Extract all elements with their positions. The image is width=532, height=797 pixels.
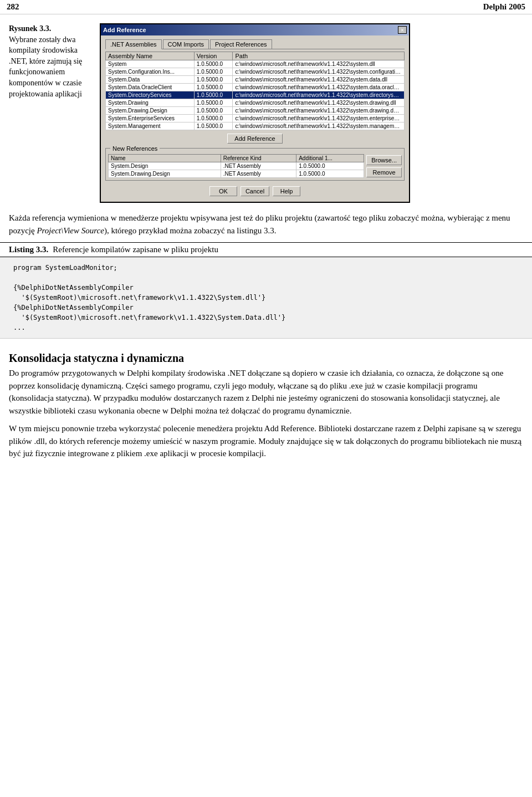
assembly-table-row[interactable]: System.Configuration.Ins... 1.0.5000.0 c… — [106, 68, 405, 76]
assembly-table-row[interactable]: System.Data.OracleClient 1.0.5000.0 c:\w… — [106, 84, 405, 91]
section-paragraph-2: W tym miejscu ponownie trzeba wykorzysta… — [9, 422, 523, 460]
assembly-name-cell: System.Drawing.Design — [106, 107, 195, 115]
assembly-version-cell: 1.0.5000.0 — [194, 122, 233, 130]
body-text-1: Każda referencja wymieniona w menedżerze… — [0, 203, 532, 237]
section-paragraph-1: Do programów przygotowanych w Delphi kom… — [9, 367, 523, 417]
dialog-title: Add Reference — [103, 27, 146, 33]
assembly-table: Assembly Name Version Path System 1.0.50… — [105, 52, 405, 130]
main-layout: Rysunek 3.3. Wybrane zostały dwa kompila… — [0, 14, 532, 203]
tab-project-references[interactable]: Project References — [210, 39, 272, 49]
col-path: Path — [233, 52, 405, 60]
dialog-area: Add Reference × .NET Assemblies COM Impo… — [100, 23, 532, 203]
new-ref-name-cell: System.Design — [109, 162, 221, 170]
new-refs-col-additional: Additional 1... — [296, 155, 364, 162]
assembly-name-cell: System.Management — [106, 122, 195, 130]
dialog-tabs: .NET Assemblies COM Imports Project Refe… — [105, 39, 405, 49]
assembly-name-cell: System.Drawing — [106, 99, 195, 107]
assembly-version-cell: 1.0.5000.0 — [194, 68, 233, 76]
col-assembly-name: Assembly Name — [106, 52, 195, 60]
assembly-path-cell: c:\windows\microsoft.net\framework\v1.1.… — [233, 91, 405, 99]
col-version: Version — [194, 52, 233, 60]
assembly-path-cell: c:\windows\microsoft.net\framework\v1.1.… — [233, 99, 405, 107]
add-reference-dialog: Add Reference × .NET Assemblies COM Impo… — [100, 23, 410, 203]
new-ref-kind-cell: .NET Assembly — [221, 170, 296, 178]
assembly-name-cell: System.Data — [106, 76, 195, 84]
section-heading: Konsolidacja statyczna i dynamiczna — [0, 344, 532, 367]
assembly-version-cell: 1.0.5000.0 — [194, 107, 233, 115]
assembly-name-cell: System.Data.OracleClient — [106, 84, 195, 91]
assembly-version-cell: 1.0.5000.0 — [194, 91, 233, 99]
listing-title: Referencje kompilatów zapisane w pliku p… — [53, 245, 218, 254]
book-title: Delphi 2005 — [483, 2, 525, 12]
dialog-footer: OK Cancel Help — [105, 184, 405, 198]
assembly-table-row[interactable]: System.Data 1.0.5000.0 c:\windows\micros… — [106, 76, 405, 84]
code-content: program SystemLoadMonitor; {%DelphiDotNe… — [13, 263, 519, 333]
new-ref-additional-cell: 1.0.5000.0 — [296, 162, 364, 170]
assembly-version-cell: 1.0.5000.0 — [194, 84, 233, 91]
assembly-version-cell: 1.0.5000.0 — [194, 99, 233, 107]
cancel-button[interactable]: Cancel — [241, 186, 269, 196]
assembly-version-cell: 1.0.5000.0 — [194, 60, 233, 68]
assembly-path-cell: c:\windows\microsoft.net\framework\v1.1.… — [233, 107, 405, 115]
assembly-name-cell: System.Configuration.Ins... — [106, 68, 195, 76]
tab-com-imports[interactable]: COM Imports — [163, 39, 209, 49]
assembly-version-cell: 1.0.5000.0 — [194, 76, 233, 84]
new-references-box: New References Name Reference Kind Addit… — [105, 148, 405, 181]
page-number: 282 — [7, 2, 19, 12]
dialog-body: .NET Assemblies COM Imports Project Refe… — [101, 35, 409, 202]
paragraph-project-reference: Każda referencja wymieniona w menedżerze… — [9, 212, 523, 237]
new-references-table: Name Reference Kind Additional 1... Syst… — [108, 154, 364, 178]
sidebar-caption: Rysunek 3.3. Wybrane zostały dwa kompila… — [9, 23, 93, 99]
new-refs-table-row[interactable]: System.Drawing.Design .NET Assembly 1.0.… — [109, 170, 364, 178]
code-block: program SystemLoadMonitor; {%DelphiDotNe… — [0, 257, 532, 339]
header-bar: 282 Delphi 2005 — [0, 0, 532, 14]
new-ref-kind-cell: .NET Assembly — [221, 162, 296, 170]
tab-net-assemblies[interactable]: .NET Assemblies — [105, 39, 162, 49]
assembly-table-row[interactable]: System 1.0.5000.0 c:\windows\microsoft.n… — [106, 60, 405, 68]
ok-button[interactable]: OK — [209, 186, 237, 196]
assembly-path-cell: c:\windows\microsoft.net\framework\v1.1.… — [233, 60, 405, 68]
assembly-version-cell: 1.0.5000.0 — [194, 115, 233, 122]
remove-button[interactable]: Remove — [366, 167, 402, 177]
assembly-path-cell: c:\windows\microsoft.net\framework\v1.1.… — [233, 68, 405, 76]
new-ref-additional-cell: 1.0.5000.0 — [296, 170, 364, 178]
dialog-close-button[interactable]: × — [398, 26, 407, 34]
new-refs-col-kind: Reference Kind — [221, 155, 296, 162]
dialog-title-bar: Add Reference × — [101, 24, 409, 35]
side-buttons: Browse... Remove — [366, 154, 402, 178]
new-references-inner: Name Reference Kind Additional 1... Syst… — [108, 154, 402, 178]
body-text-lower: Do programów przygotowanych w Delphi kom… — [0, 367, 532, 474]
assembly-table-row[interactable]: System.Drawing.Design 1.0.5000.0 c:\wind… — [106, 107, 405, 115]
listing-header: Listing 3.3. Referencje kompilatów zapis… — [0, 242, 532, 257]
assembly-path-cell: c:\windows\microsoft.net\framework\v1.1.… — [233, 122, 405, 130]
add-reference-button[interactable]: Add Reference — [227, 134, 282, 144]
help-button[interactable]: Help — [273, 186, 300, 196]
sidebar: Rysunek 3.3. Wybrane zostały dwa kompila… — [0, 23, 100, 203]
new-refs-table-row[interactable]: System.Design .NET Assembly 1.0.5000.0 — [109, 162, 364, 170]
new-references-label: New References — [110, 145, 160, 152]
assembly-name-cell: System.EnterpriseServices — [106, 115, 195, 122]
assembly-path-cell: c:\windows\microsoft.net\framework\v1.1.… — [233, 115, 405, 122]
assembly-name-cell: System.DirectoryServices — [106, 91, 195, 99]
assembly-table-row[interactable]: System.DirectoryServices 1.0.5000.0 c:\w… — [106, 91, 405, 99]
assembly-path-cell: c:\windows\microsoft.net\framework\v1.1.… — [233, 76, 405, 84]
assembly-table-row[interactable]: System.Drawing 1.0.5000.0 c:\windows\mic… — [106, 99, 405, 107]
assembly-table-row[interactable]: System.Management 1.0.5000.0 c:\windows\… — [106, 122, 405, 130]
assembly-table-row[interactable]: System.EnterpriseServices 1.0.5000.0 c:\… — [106, 115, 405, 122]
assembly-name-cell: System — [106, 60, 195, 68]
listing-label: Listing 3.3. — [9, 245, 48, 254]
new-ref-name-cell: System.Drawing.Design — [109, 170, 221, 178]
assembly-path-cell: c:\windows\microsoft.net\framework\v1.1.… — [233, 84, 405, 91]
add-reference-button-row: Add Reference — [105, 134, 405, 144]
new-refs-col-name: Name — [109, 155, 221, 162]
browse-button[interactable]: Browse... — [366, 155, 402, 165]
